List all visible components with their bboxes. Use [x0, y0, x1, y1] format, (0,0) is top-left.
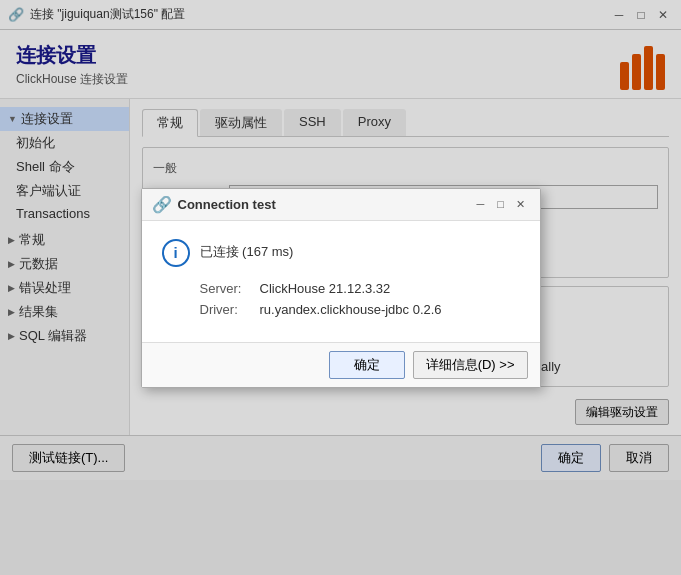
modal-driver-label: Driver: [200, 302, 260, 317]
modal-ok-button[interactable]: 确定 [329, 351, 405, 379]
modal-server-label: Server: [200, 281, 260, 296]
modal-titlebar: 🔗 Connection test ─ □ ✕ [142, 189, 540, 221]
modal-maximize-button[interactable]: □ [492, 195, 510, 213]
modal-driver-row: Driver: ru.yandex.clickhouse-jdbc 0.2.6 [200, 302, 520, 317]
modal-body: i 已连接 (167 ms) Server: ClickHouse 21.12.… [142, 221, 540, 342]
modal-server-row: Server: ClickHouse 21.12.3.32 [200, 281, 520, 296]
info-icon: i [162, 239, 190, 267]
modal-close-button[interactable]: ✕ [512, 195, 530, 213]
modal-window-controls: ─ □ ✕ [472, 195, 530, 213]
modal-server-value: ClickHouse 21.12.3.32 [260, 281, 391, 296]
modal-driver-value: ru.yandex.clickhouse-jdbc 0.2.6 [260, 302, 442, 317]
modal-info-row: i 已连接 (167 ms) [162, 237, 520, 267]
modal-overlay: 🔗 Connection test ─ □ ✕ i 已连接 (167 ms) S… [0, 0, 681, 575]
modal-connected-text: 已连接 (167 ms) [200, 237, 294, 261]
modal-title-text: Connection test [178, 197, 276, 212]
connection-test-modal: 🔗 Connection test ─ □ ✕ i 已连接 (167 ms) S… [141, 188, 541, 388]
modal-minimize-button[interactable]: ─ [472, 195, 490, 213]
modal-details-button[interactable]: 详细信息(D) >> [413, 351, 528, 379]
modal-titlebar-left: 🔗 Connection test [152, 195, 276, 214]
modal-footer: 确定 详细信息(D) >> [142, 342, 540, 387]
modal-title-icon: 🔗 [152, 195, 172, 214]
